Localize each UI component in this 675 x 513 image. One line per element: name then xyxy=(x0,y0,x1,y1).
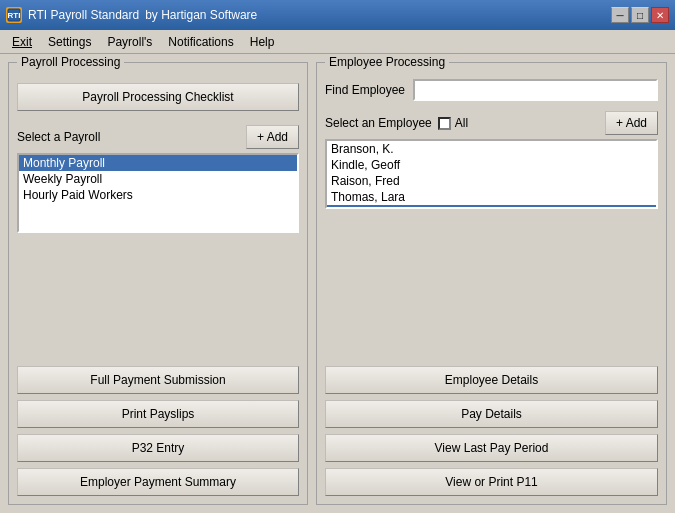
list-item[interactable]: Weekly Payroll xyxy=(19,171,297,187)
minimize-button[interactable]: ─ xyxy=(611,7,629,23)
all-checkbox[interactable] xyxy=(438,117,451,130)
list-item[interactable]: Monthly Payroll xyxy=(19,155,297,171)
payroll-processing-group: Payroll Processing Payroll Processing Ch… xyxy=(8,62,308,505)
select-payroll-row: Select a Payroll + Add xyxy=(17,125,299,149)
p32-entry-button[interactable]: P32 Entry xyxy=(17,434,299,462)
print-payslips-button[interactable]: Print Payslips xyxy=(17,400,299,428)
list-item[interactable]: Thomas, Lara xyxy=(327,189,656,205)
restore-button[interactable]: □ xyxy=(631,7,649,23)
find-employee-row: Find Employee xyxy=(325,79,658,101)
menu-settings[interactable]: Settings xyxy=(40,33,99,51)
list-item[interactable]: Hourly Paid Workers xyxy=(19,187,297,203)
select-payroll-label: Select a Payroll xyxy=(17,130,100,144)
main-content: Payroll Processing Payroll Processing Ch… xyxy=(0,54,675,513)
svg-text:RTI: RTI xyxy=(8,11,21,20)
list-item[interactable]: Raison, Fred xyxy=(327,173,656,189)
add-employee-button[interactable]: + Add xyxy=(605,111,658,135)
view-last-pay-button[interactable]: View Last Pay Period xyxy=(325,434,658,462)
menu-exit[interactable]: Exit xyxy=(4,33,40,51)
find-employee-label: Find Employee xyxy=(325,83,405,97)
view-print-p11-button[interactable]: View or Print P11 xyxy=(325,468,658,496)
payroll-listbox[interactable]: Monthly Payroll Weekly Payroll Hourly Pa… xyxy=(17,153,299,233)
right-panel: Employee Processing Find Employee Select… xyxy=(316,62,667,505)
employee-processing-title: Employee Processing xyxy=(325,55,449,69)
add-payroll-button[interactable]: + Add xyxy=(246,125,299,149)
employee-details-button[interactable]: Employee Details xyxy=(325,366,658,394)
title-bar: RTI RTI Payroll Standard by Hartigan Sof… xyxy=(0,0,675,30)
left-panel: Payroll Processing Payroll Processing Ch… xyxy=(8,62,308,505)
list-item[interactable]: Kindle, Geoff xyxy=(327,157,656,173)
menu-bar: Exit Settings Payroll's Notifications He… xyxy=(0,30,675,54)
menu-payrolls[interactable]: Payroll's xyxy=(99,33,160,51)
title-bar-controls: ─ □ ✕ xyxy=(611,7,669,23)
full-payment-button[interactable]: Full Payment Submission xyxy=(17,366,299,394)
list-item[interactable]: Branson, K. xyxy=(327,141,656,157)
title-bar-left: RTI RTI Payroll Standard by Hartigan Sof… xyxy=(6,7,257,23)
all-checkbox-area: All xyxy=(438,116,468,130)
all-label: All xyxy=(455,116,468,130)
find-employee-input[interactable] xyxy=(413,79,658,101)
app-icon: RTI xyxy=(6,7,22,23)
select-employee-label: Select an Employee xyxy=(325,116,432,130)
close-button[interactable]: ✕ xyxy=(651,7,669,23)
menu-help[interactable]: Help xyxy=(242,33,283,51)
employee-listbox[interactable]: Branson, K. Kindle, Geoff Raison, Fred T… xyxy=(325,139,658,209)
select-employee-left: Select an Employee All xyxy=(325,116,468,130)
select-employee-row: Select an Employee All + Add xyxy=(325,111,658,135)
employer-payment-button[interactable]: Employer Payment Summary xyxy=(17,468,299,496)
payroll-checklist-button[interactable]: Payroll Processing Checklist xyxy=(17,83,299,111)
app-title: RTI Payroll Standard xyxy=(28,8,139,22)
payroll-processing-title: Payroll Processing xyxy=(17,55,124,69)
menu-notifications[interactable]: Notifications xyxy=(160,33,241,51)
app-subtitle: by Hartigan Software xyxy=(145,8,257,22)
pay-details-button[interactable]: Pay Details xyxy=(325,400,658,428)
employee-processing-group: Employee Processing Find Employee Select… xyxy=(316,62,667,505)
